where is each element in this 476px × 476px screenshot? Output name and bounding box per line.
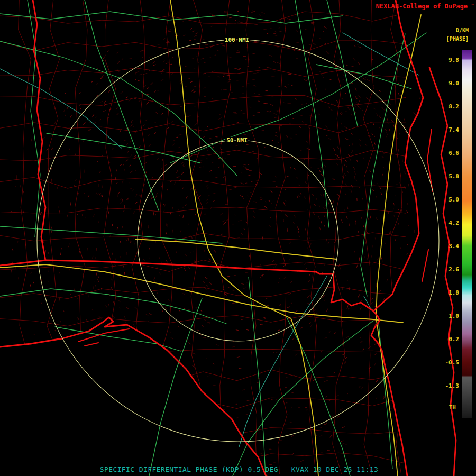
barrier-island xyxy=(422,250,428,281)
range-rings-layer: 100 NMI 50 NMI xyxy=(37,36,439,442)
colorbar-value: 2.6 xyxy=(448,266,459,273)
status-bar-text: SPECIFIC DIFFERENTIAL PHASE (KDP) 0.5 DE… xyxy=(100,465,379,473)
highway-line xyxy=(361,34,405,296)
interstate-i75 xyxy=(170,0,318,476)
colorbar-value: 5.0 xyxy=(448,196,459,203)
radar-display: 100 NMI 50 NMI 9.89.08.27.46.65.85.04.23… xyxy=(0,0,476,476)
county-line xyxy=(0,12,406,463)
range-ring-50nmi-label: 50 NMI xyxy=(226,137,248,144)
colorbar-value: 8.2 xyxy=(448,103,459,110)
colorbar-value: 4.2 xyxy=(448,219,459,226)
colorbar-value: 6.6 xyxy=(448,150,459,157)
product-label: [PHASE] xyxy=(446,36,469,42)
range-ring-100nmi-label: 100 NMI xyxy=(225,36,249,43)
colorbar-labels: 9.89.08.27.46.65.85.04.23.42.61.81.00.2-… xyxy=(445,57,460,389)
highway-line xyxy=(0,289,226,324)
highway-line xyxy=(379,324,392,469)
brand-text: NEXLAB-College of DuPage xyxy=(376,3,468,10)
coastline-gulf xyxy=(0,317,267,476)
colorbar-value: 7.4 xyxy=(448,126,459,133)
highway-line xyxy=(47,133,200,163)
river-line xyxy=(0,69,122,148)
radar-echo-clip xyxy=(11,11,469,468)
colorbar-value: -0.5 xyxy=(445,359,460,366)
county-lines-layer xyxy=(0,0,406,474)
colorbar-value: -1.3 xyxy=(445,382,460,389)
river-line-altamaha xyxy=(343,33,419,75)
highway-line xyxy=(286,315,350,476)
colorbar-value: 3.4 xyxy=(448,243,459,250)
radar-map-canvas: 100 NMI 50 NMI 9.89.08.27.46.65.85.04.23… xyxy=(0,0,476,476)
interstate-lines-layer xyxy=(0,0,421,476)
colorbar-value: 0.2 xyxy=(448,336,459,343)
highway-line xyxy=(295,0,329,227)
colorbar-strip xyxy=(462,50,472,418)
colorbar-value: 9.8 xyxy=(448,57,459,63)
colorbar-value: 9.0 xyxy=(448,80,459,87)
trademark-icon: ™ xyxy=(471,3,474,8)
colorbar-value: 1.0 xyxy=(448,313,459,319)
state-border-al-ga xyxy=(33,0,45,260)
state-border-ga-fl xyxy=(45,260,373,311)
radar-echo-speckles xyxy=(14,12,469,469)
colorbar-threshold-label: TH xyxy=(449,404,456,411)
range-ring-100nmi xyxy=(37,40,439,442)
coastal-island xyxy=(85,343,98,346)
radar-echo-layer xyxy=(11,11,469,468)
header: NEXLAB-College of DuPage ™ D/KM [PHASE] xyxy=(376,3,474,42)
highway-line xyxy=(170,33,426,163)
colorbar-value: 5.8 xyxy=(448,173,459,180)
colorbar: 9.89.08.27.46.65.85.04.23.42.61.81.00.2-… xyxy=(445,50,473,418)
units-label: D/KM xyxy=(456,28,469,33)
colorbar-value: 1.8 xyxy=(448,289,459,296)
